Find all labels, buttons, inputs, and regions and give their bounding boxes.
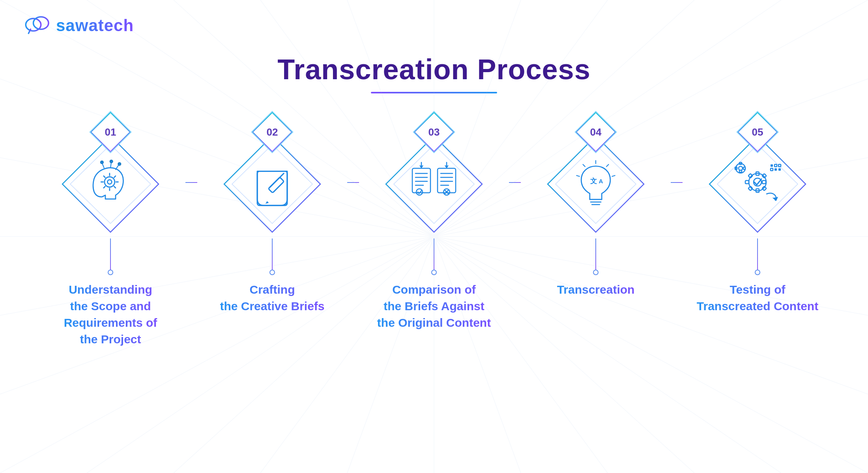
page-wrapper: sawatech Transcreation Process 01: [0, 0, 868, 473]
svg-text:文: 文: [590, 177, 597, 185]
step-3-label: Comparison ofthe Briefs Againstthe Origi…: [373, 281, 495, 331]
step-1-label: Understandingthe Scope andRequirements o…: [60, 281, 161, 348]
svg-rect-104: [743, 167, 745, 169]
svg-point-36: [105, 177, 115, 187]
step-4-icon: 文 A: [570, 158, 621, 210]
step-4: 04: [521, 117, 671, 298]
svg-line-44: [114, 176, 116, 177]
svg-rect-105: [771, 164, 773, 167]
svg-line-45: [104, 186, 105, 188]
svg-text:A: A: [599, 178, 603, 184]
step-5-connector: [755, 238, 760, 275]
step-4-diamond: 04: [544, 133, 647, 235]
svg-line-42: [104, 176, 105, 177]
step-3-connector: [431, 238, 437, 275]
step-5: 05: [683, 117, 832, 315]
step-2-number: 02: [258, 118, 286, 146]
svg-point-47: [101, 161, 103, 164]
svg-line-85: [576, 175, 580, 176]
svg-point-51: [118, 163, 121, 166]
svg-point-100: [739, 166, 743, 170]
step-5-icon: [732, 158, 783, 210]
title-underline: [371, 92, 497, 93]
svg-point-37: [107, 180, 112, 184]
step-3-diamond: 03: [383, 133, 485, 235]
svg-rect-98: [748, 186, 752, 190]
svg-rect-108: [774, 168, 777, 171]
connector-h-3: [509, 182, 521, 183]
connector-h-4: [671, 182, 683, 183]
step-1-diamond: 01: [59, 133, 162, 235]
step-2-icon: [247, 158, 298, 210]
step-1-icon: [85, 158, 136, 210]
svg-point-89: [749, 173, 766, 191]
step-3-number: 03: [420, 118, 448, 146]
svg-line-86: [612, 175, 615, 176]
steps-container: 01: [0, 117, 868, 348]
step-1: 01: [36, 117, 185, 348]
svg-rect-96: [762, 186, 766, 190]
step-4-label: Transcreation: [553, 281, 639, 298]
svg-rect-93: [745, 181, 749, 184]
svg-line-83: [583, 164, 585, 166]
sawatech-logo-icon: [24, 16, 51, 35]
svg-line-84: [606, 164, 608, 166]
step-4-number: 04: [582, 118, 610, 146]
logo-text: sawatech: [56, 16, 134, 35]
svg-rect-94: [762, 181, 766, 184]
svg-point-64: [416, 189, 423, 195]
svg-rect-109: [778, 164, 781, 167]
svg-rect-55: [268, 177, 284, 193]
step-2: 02: [197, 117, 347, 315]
step-5-diamond: 05: [706, 133, 809, 235]
step-5-number: 05: [743, 118, 772, 146]
step-2-label: Craftingthe Creative Briefs: [216, 281, 328, 315]
svg-rect-107: [771, 168, 773, 171]
connector-h-1: [185, 182, 197, 183]
svg-rect-110: [778, 168, 781, 171]
step-3: 03: [359, 117, 509, 331]
step-3-icon: [408, 158, 460, 210]
step-2-diamond: 02: [221, 133, 324, 235]
svg-rect-106: [774, 164, 777, 167]
step-4-connector: [593, 238, 599, 275]
step-5-label: Testing ofTranscreated Content: [693, 281, 822, 315]
connector-h-2: [347, 182, 359, 183]
page-title-section: Transcreation Process: [0, 0, 868, 93]
svg-point-49: [110, 160, 113, 163]
svg-rect-102: [739, 170, 742, 172]
step-2-connector: [269, 238, 275, 275]
svg-rect-95: [748, 173, 752, 178]
step-1-number: 01: [96, 118, 125, 146]
svg-rect-97: [762, 173, 766, 178]
logo: sawatech: [24, 16, 134, 35]
svg-line-43: [114, 186, 116, 188]
step-1-connector: [108, 238, 113, 275]
